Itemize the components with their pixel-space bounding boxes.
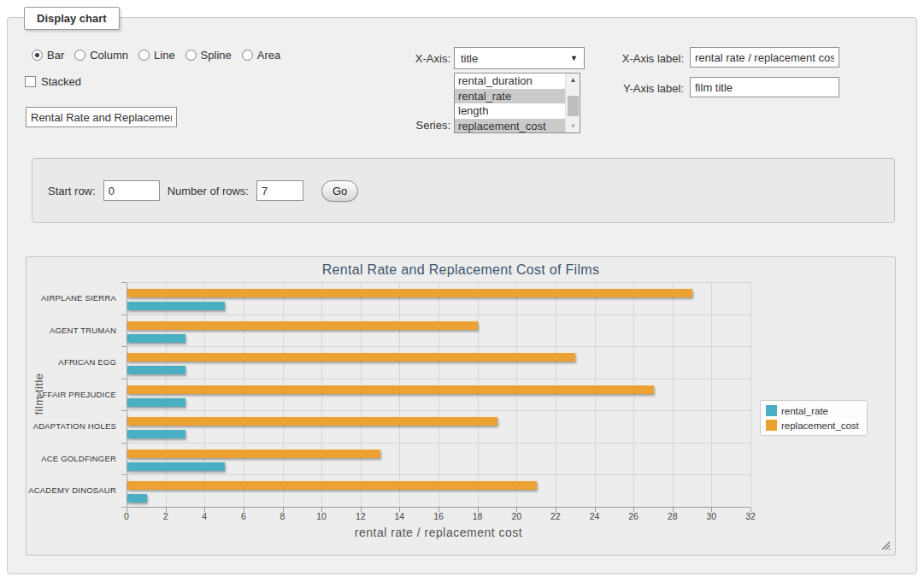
radio-icon[interactable] (185, 50, 197, 61)
bar-rental_rate (127, 334, 185, 343)
x-tick-label: 6 (227, 511, 261, 521)
y-tick-mark (121, 282, 126, 283)
gridline (399, 282, 400, 507)
legend-label: rental_rate (781, 406, 828, 416)
gridline (673, 282, 674, 507)
gridline (321, 282, 322, 507)
radio-icon[interactable] (32, 50, 43, 61)
scroll-down-icon[interactable]: ▼ (566, 120, 580, 132)
category-label: AFFAIR PREJUDICE (26, 379, 121, 411)
bar-replacement_cost (127, 289, 692, 297)
bar-rental_rate (127, 494, 147, 503)
page: { "fieldset": { "legend": "Display chart… (0, 0, 924, 582)
y-axis-label-input[interactable] (690, 77, 839, 97)
chart-container: Rental Rate and Replacement Cost of Film… (26, 256, 896, 556)
x-axis-line (127, 507, 750, 508)
x-tick-label: 14 (382, 511, 416, 521)
x-axis-selected-value: title (461, 52, 478, 65)
gridline (633, 282, 634, 507)
x-tick-labels: 02468101214161820222426283032 (26, 511, 895, 523)
gridline (438, 282, 439, 507)
x-tick-label: 4 (187, 511, 221, 521)
x-tick-label: 22 (539, 511, 573, 521)
row-boundary (127, 346, 750, 347)
x-tick-label: 0 (109, 511, 144, 521)
stacked-checkbox-icon[interactable] (25, 76, 36, 87)
row-boundary (127, 443, 750, 444)
category-label: AFRICAN EGG (26, 346, 121, 379)
x-tick-label: 26 (616, 511, 650, 521)
y-tick-mark (121, 315, 126, 315)
y-tick-mark (121, 346, 126, 347)
go-button[interactable]: Go (321, 180, 358, 202)
bar-rental_rate (127, 462, 225, 471)
chart-type-bar[interactable]: Bar (32, 49, 64, 62)
y-axis-label-label: Y-Axis label: (547, 82, 684, 95)
radio-icon[interactable] (74, 50, 85, 61)
category-labels: AIRPLANE SIERRAAGENT TRUMANAFRICAN EGGAF… (26, 282, 121, 507)
x-tick-label: 20 (499, 511, 533, 521)
x-axis-label-input[interactable] (690, 47, 839, 68)
chart-type-column[interactable]: Column (74, 49, 128, 62)
bar-replacement_cost (127, 385, 654, 394)
start-row-input[interactable] (103, 180, 160, 201)
gridline (750, 282, 751, 507)
x-tick-label: 10 (304, 511, 338, 521)
bar-replacement_cost (127, 417, 497, 426)
x-tick-label: 2 (149, 511, 183, 521)
x-tick-label: 30 (694, 511, 728, 521)
gridline (556, 282, 556, 507)
legend-item-rental_rate[interactable]: rental_rate (766, 405, 859, 416)
y-tick-mark (121, 379, 126, 379)
gridline (283, 282, 284, 507)
chart-type-label: Column (90, 49, 128, 62)
gridline (711, 282, 712, 507)
chart-type-line[interactable]: Line (138, 49, 175, 62)
legend-swatch (766, 420, 777, 431)
x-tick-label: 24 (578, 511, 612, 521)
gridline (595, 282, 596, 507)
bar-rental_rate (127, 302, 225, 310)
series-list-label: Series: (345, 119, 450, 132)
legend-label: replacement_cost (781, 420, 859, 431)
stacked-label: Stacked (41, 75, 81, 88)
chart-title-input[interactable] (26, 107, 177, 127)
bar-replacement_cost (127, 321, 478, 330)
bar-replacement_cost (127, 481, 537, 490)
stacked-option[interactable]: Stacked (25, 75, 81, 88)
row-boundary (127, 474, 750, 475)
y-tick-mark (121, 507, 126, 508)
series-option-length[interactable]: length (455, 103, 565, 119)
chart-legend: rental_ratereplacement_cost (760, 400, 868, 436)
legend-item-replacement_cost[interactable]: replacement_cost (766, 420, 859, 431)
chart-type-label: Spline (201, 49, 232, 62)
legend-swatch (766, 405, 777, 416)
chart-type-group: BarColumnLineSplineArea (32, 48, 280, 62)
chart-type-spline[interactable]: Spline (185, 49, 232, 62)
bar-replacement_cost (127, 353, 575, 362)
chart-type-label: Bar (47, 49, 64, 62)
gridline (244, 282, 244, 507)
y-tick-mark (121, 474, 126, 475)
resize-handle-icon[interactable] (881, 541, 891, 550)
chart-title: Rental Rate and Replacement Cost of Film… (26, 262, 895, 278)
row-boundary (127, 315, 750, 315)
radio-icon[interactable] (138, 50, 150, 61)
x-axis-label-label: X-Axis label: (547, 52, 684, 65)
bar-rental_rate (127, 398, 185, 407)
number-of-rows-input[interactable] (256, 180, 303, 201)
series-option-replacement_cost[interactable]: replacement_cost (455, 119, 565, 134)
x-tick-label: 28 (656, 511, 690, 521)
radio-icon[interactable] (242, 50, 253, 61)
row-boundary (127, 282, 750, 283)
category-label: AGENT TRUMAN (26, 315, 121, 347)
rows-panel: Start row: Number of rows: Go (32, 158, 895, 223)
category-label: ACADEMY DINOSAUR (26, 474, 121, 507)
gridline (516, 282, 517, 507)
scrollbar-thumb[interactable] (568, 96, 579, 116)
chart-type-area[interactable]: Area (242, 49, 280, 62)
x-axis-title: rental rate / replacement cost (127, 526, 750, 539)
chart-type-label: Line (154, 49, 175, 62)
x-tick-label: 18 (461, 511, 495, 521)
x-tick-label: 32 (733, 511, 768, 521)
